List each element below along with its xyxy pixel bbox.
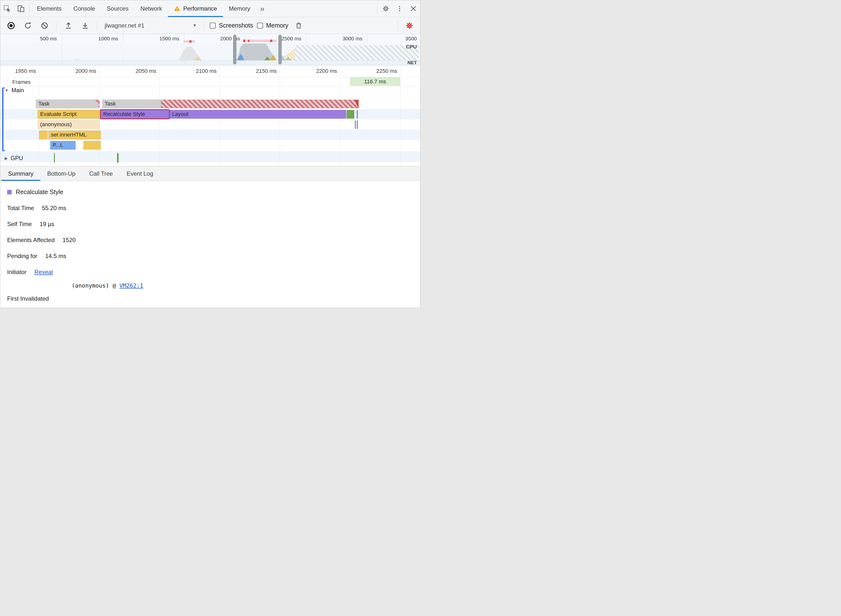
download-icon [81,22,89,29]
style-sliver[interactable] [357,120,358,129]
window-dim-right [282,43,420,60]
clear-button[interactable] [38,19,51,32]
source-location-link[interactable]: VM262:1 [119,282,143,289]
gpu-activity-tick[interactable] [54,153,55,163]
initiator-label: Initiator [7,268,26,275]
tab-label: Elements [37,5,62,12]
ruler-tick: 1950 ms [15,68,36,74]
profile-select[interactable]: jlwagner.net #1 ▼ [103,22,198,29]
frame-block[interactable]: 116.7 ms [350,78,400,86]
initiator-row: InitiatorReveal [7,268,420,276]
screenshots-checkbox[interactable] [210,23,216,29]
evaluate-script-bar[interactable]: Evaluate Script [38,110,100,119]
ruler-tick: 2150 ms [256,68,277,74]
tab-network[interactable]: Network [134,0,168,17]
device-toolbar-button[interactable] [14,0,28,17]
first-invalidated-label: First Invalidated [7,295,49,302]
profile-select-value: jlwagner.net #1 [104,22,144,29]
recalculate-style-bar[interactable]: Recalculate Style [101,110,169,119]
gpu-track-toggle[interactable]: ▶ GPU [5,155,23,161]
window-handle-left[interactable] [233,35,236,65]
details-tabbar: Summary Bottom-Up Call Tree Event Log [0,166,420,181]
summary-value: 19 µs [40,221,54,227]
kebab-icon [396,5,403,12]
summary-title-row: Recalculate Style [7,188,420,195]
task-bar[interactable]: Task [102,100,161,108]
summary-row: Self Time19 µs [7,221,420,227]
tab-console[interactable]: Console [68,0,101,17]
gear-red-icon [406,22,413,29]
load-profile-button[interactable] [62,19,75,32]
long-task-marker-red [243,40,245,42]
style-sliver[interactable] [357,110,358,119]
stack-frame-text: (anonymous) @ [72,282,119,289]
ruler-tick: 2200 ms [316,68,337,74]
tab-summary[interactable]: Summary [1,166,40,181]
tabbar-right-controls [376,0,420,17]
paint-block[interactable] [347,110,354,119]
script-block[interactable] [84,141,101,150]
close-icon [410,5,417,12]
tab-sources[interactable]: Sources [101,0,134,17]
tab-event-log[interactable]: Event Log [120,166,160,181]
bar-label: Layout [172,111,188,117]
tab-call-tree[interactable]: Call Tree [82,166,120,181]
reload-and-record-button[interactable] [21,19,34,32]
layout-bar[interactable]: Layout [170,110,346,119]
overview-tick: 3000 ms [343,36,362,41]
long-task-end [354,100,359,108]
inspect-icon [3,5,11,13]
close-button[interactable] [406,5,420,12]
parse-html-bar[interactable]: P...L [50,141,76,150]
net-label: NET [407,60,417,65]
tab-label: Call Tree [89,170,113,177]
screenshots-checkbox-label[interactable]: Screenshots [210,22,253,29]
paint-sliver[interactable] [355,120,356,129]
summary-label: Pending for [7,253,37,259]
set-innerhtml-bar[interactable]: set innerHTML [49,131,101,139]
tab-label: Bottom-Up [47,170,76,177]
reveal-link[interactable]: Reveal [34,268,53,275]
long-task-marker-red [248,40,249,42]
bar-label: Recalculate Style [103,111,145,117]
long-task-marker-red [270,40,272,42]
script-block[interactable] [39,131,47,139]
record-button[interactable] [5,19,18,32]
bar-label: (anonymous) [40,121,72,128]
tab-performance[interactable]: Performance [168,0,223,17]
anonymous-bar[interactable]: (anonymous) [38,120,100,129]
bar-label: Task [38,101,50,107]
ruler-tick: 2250 ms [376,68,397,74]
settings-button[interactable] [379,5,393,12]
flame-chart[interactable]: 1950 ms 2000 ms 2050 ms 2100 ms 2150 ms … [0,65,420,166]
tab-bottom-up[interactable]: Bottom-Up [40,166,82,181]
more-tabs-button[interactable]: » [256,0,268,17]
capture-settings-button[interactable] [403,19,416,32]
tab-elements[interactable]: Elements [31,0,68,17]
trash-icon [295,22,302,29]
tab-label: Performance [183,5,217,12]
delete-recording-button[interactable] [292,19,305,32]
devtools-tabbar: Elements Console Sources Network Perform… [0,0,420,17]
task-bar[interactable]: Task [36,100,100,108]
save-profile-button[interactable] [79,19,91,32]
record-icon [7,21,15,30]
inspect-element-button[interactable] [0,0,14,17]
ruler-tick: 2100 ms [196,68,217,74]
upload-icon [65,22,72,29]
tab-label: Summary [8,170,34,177]
gpu-activity-tick[interactable] [117,153,119,163]
memory-checkbox[interactable] [257,23,263,29]
window-handle-right[interactable] [278,35,282,65]
tab-memory[interactable]: Memory [223,0,256,17]
main-track-label: Main [12,87,24,94]
long-task-bar[interactable] [161,100,359,108]
summary-value: 55.20 ms [42,205,66,211]
timeline-overview[interactable]: 500 ms 1000 ms 1500 ms 2000 ms 2500 ms 3… [0,34,420,65]
memory-checkbox-label[interactable]: Memory [257,22,288,29]
main-track-toggle[interactable]: ▼ Main [5,87,24,94]
overview-tick: 1000 ms [98,36,118,41]
menu-button[interactable] [393,5,406,12]
screenshots-label: Screenshots [219,22,253,29]
overview-tick: 500 ms [40,36,57,41]
